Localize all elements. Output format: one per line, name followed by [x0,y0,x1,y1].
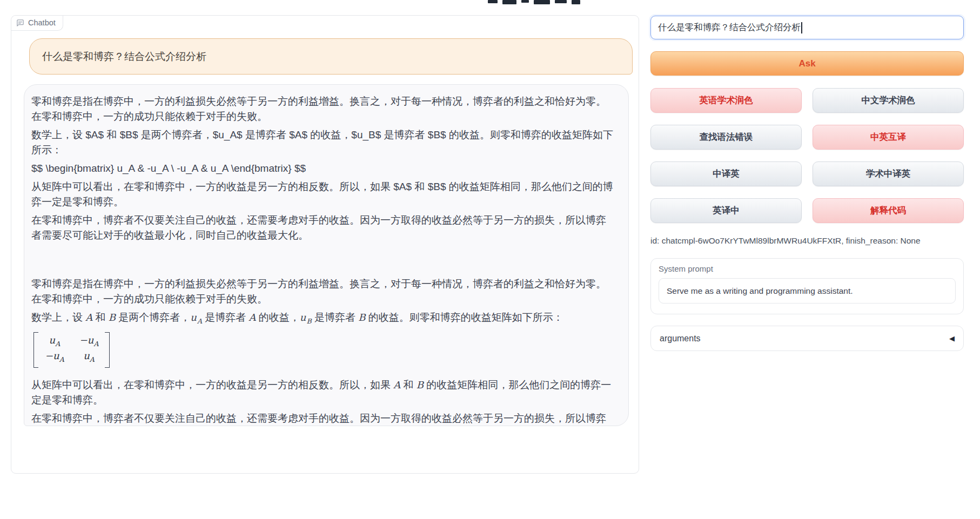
rendered-payoff-matrix: uA−uA−uAuA [33,332,616,372]
function-button-5[interactable]: 学术中译英 [813,161,964,186]
bot-paragraph: 零和博弈是指在博弈中，一方的利益损失必然等于另一方的利益增益。换言之，对于每一种… [31,94,616,124]
system-prompt-input[interactable]: Serve me as a writing and programming as… [659,278,956,304]
chat-icon [16,19,24,27]
ask-button[interactable]: Ask [650,51,964,76]
function-button-0[interactable]: 英语学术润色 [650,88,802,113]
function-button-3[interactable]: 中英互译 [813,125,964,150]
function-button-7[interactable]: 解释代码 [813,198,964,223]
text-cursor [801,22,802,33]
bot-message-bubble: 零和博弈是指在博弈中，一方的利益损失必然等于另一方的利益增益。换言之，对于每一种… [24,84,629,426]
question-input[interactable]: 什么是零和博弈？结合公式介绍分析 [650,16,964,39]
collapse-arrow-icon: ◀ [949,334,955,342]
function-button-4[interactable]: 中译英 [650,161,802,186]
system-prompt-label: System prompt [659,264,956,273]
chatbot-label: Chatbot [11,16,63,31]
function-button-6[interactable]: 英译中 [650,198,802,223]
bot-paragraph: 数学上，设 A 和 B 是两个博弈者，uA 是博弈者 A 的收益，uB 是博弈者… [31,310,616,329]
arguments-accordion-header[interactable]: arguments ◀ [650,326,964,351]
clipped-page-title [488,0,590,4]
function-button-1[interactable]: 中文学术润色 [813,88,964,113]
function-button-2[interactable]: 查找语法错误 [650,125,802,150]
chatbot-label-text: Chatbot [28,18,56,27]
bot-paragraph: 零和博弈是指在博弈中，一方的利益损失必然等于另一方的利益增益。换言之，对于每一种… [31,277,616,307]
function-button-grid: 英语学术润色中文学术润色查找语法错误中英互译中译英学术中译英英译中解释代码 [650,88,964,223]
bot-paragraph: 在零和博弈中，博弈者不仅要关注自己的收益，还需要考虑对手的收益。因为一方取得的收… [31,213,616,243]
system-prompt-group: System prompt Serve me as a writing and … [650,258,964,314]
bot-paragraph: $$ \begin{bmatrix} u_A & -u_A \ -u_A & u… [31,161,616,176]
message-separator [31,246,616,277]
bot-paragraph: 数学上，设 $A$ 和 $B$ 是两个博弈者，$u_A$ 是博弈者 $A$ 的收… [31,127,616,158]
bot-paragraph: 从矩阵中可以看出，在零和博弈中，一方的收益是另一方的相反数。所以，如果 $A$ … [31,179,616,210]
controls-column: 什么是零和博弈？结合公式介绍分析 Ask 英语学术润色中文学术润色查找语法错误中… [650,16,964,351]
bot-paragraph: 在零和博弈中，博弈者不仅要关注自己的收益，还需要考虑对手的收益。因为一方取得的收… [31,411,616,426]
response-status-line: id: chatcmpl-6wOo7KrYTwMl89lbrMWRu4UkFFX… [650,236,964,247]
user-message-text: 什么是零和博弈？结合公式介绍分析 [42,50,206,64]
chatbot-panel: Chatbot 什么是零和博弈？结合公式介绍分析 零和博弈是指在博弈中，一方的利… [11,15,639,474]
question-input-value: 什么是零和博弈？结合公式介绍分析 [658,22,801,33]
ask-button-label: Ask [798,58,815,69]
arguments-accordion-label: arguments [660,334,701,343]
bot-paragraph: 从矩阵中可以看出，在零和博弈中，一方的收益是另一方的相反数。所以，如果 A 和 … [31,378,616,408]
user-message-bubble: 什么是零和博弈？结合公式介绍分析 [29,38,633,75]
bot-message-content: 零和博弈是指在博弈中，一方的利益损失必然等于另一方的利益增益。换言之，对于每一种… [31,94,616,426]
system-prompt-value: Serve me as a writing and programming as… [667,286,853,296]
